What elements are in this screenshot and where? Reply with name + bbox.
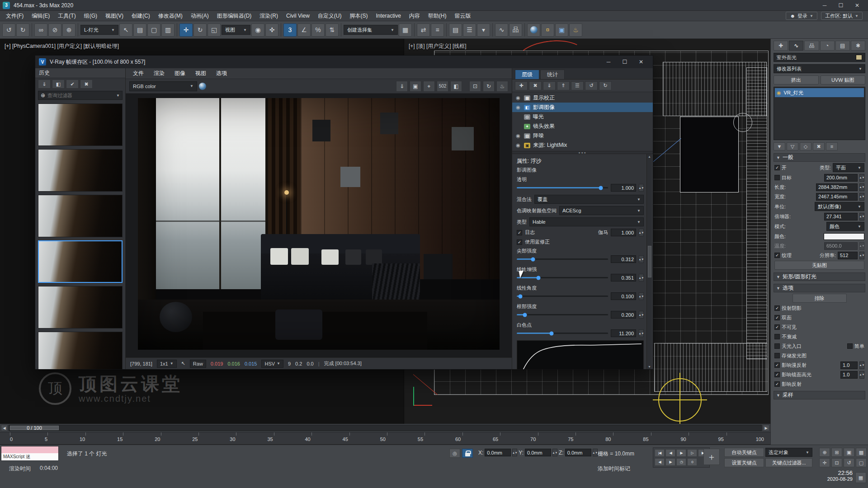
resolution-field[interactable]: 512 <box>838 252 858 259</box>
workspace-selector[interactable]: 工作区: 默认▼ <box>821 12 863 20</box>
affect-reflections-checkbox[interactable]: ✓ <box>774 381 780 387</box>
history-thumbnail[interactable] <box>38 286 123 328</box>
vray-light-gizmo[interactable] <box>658 378 702 422</box>
window-crossing-icon[interactable]: ▥ <box>161 23 175 37</box>
menu-item[interactable]: 内容 <box>405 11 424 21</box>
z-coordinate-field[interactable]: 0.0mm <box>565 449 591 456</box>
vfb-menu-item[interactable]: 视图 <box>191 70 211 77</box>
vfb-show-corrections-icon[interactable]: ◧ <box>450 81 462 92</box>
current-frame-field[interactable]: 0 <box>687 458 697 466</box>
history-thumbnail[interactable] <box>38 149 123 192</box>
exclude-button[interactable]: 排除 <box>793 294 847 303</box>
next-frame-button[interactable]: ▷ <box>687 449 697 457</box>
maximize-viewport-icon[interactable]: ▢ <box>856 458 867 467</box>
layer-row[interactable]: ◉▦显示校正 <box>512 93 653 103</box>
vfb-render-icon[interactable]: ♨ <box>496 81 508 92</box>
remove-history-icon[interactable]: ✖ <box>80 80 93 89</box>
affect-specular-checkbox[interactable]: ✓ <box>774 372 780 377</box>
track-bar[interactable]: 0510152025303540455055606570758085909510… <box>0 432 770 445</box>
maxscript-mini-listener[interactable]: MAXScript 迷 <box>1 446 59 461</box>
unlink-selection-icon[interactable]: ⊘ <box>48 23 61 37</box>
mode-dropdown[interactable]: 颜色▼ <box>826 222 864 231</box>
menu-item[interactable]: 自定义(U) <box>314 11 346 21</box>
blend-dropdown[interactable]: 覆盖▼ <box>534 195 644 204</box>
length-field[interactable]: 2884.382mm <box>816 183 858 191</box>
compare-ab-icon[interactable]: ◧ <box>52 80 65 89</box>
vfb-save-image-icon[interactable]: ⇓ <box>396 81 408 92</box>
named-selection-sets-dropdown[interactable]: 创建选择集▼ <box>344 25 398 35</box>
vfb-resolution-badge[interactable]: 502 <box>437 81 448 92</box>
rollout-sampling[interactable]: ▼采样 <box>774 391 865 399</box>
maximize-button[interactable]: ☐ <box>833 0 849 10</box>
layer-row[interactable]: ◉▣来源: LightMix <box>512 141 653 150</box>
spinner[interactable]: ▲▼ <box>859 371 864 379</box>
select-and-manipulate-icon[interactable]: ✜ <box>265 23 278 37</box>
add-layer-icon[interactable]: ✚ <box>515 81 528 90</box>
selection-lock-icon[interactable] <box>462 449 473 458</box>
vfb-follow-mouse-icon[interactable]: ⌖ <box>423 81 435 92</box>
preview-sphere-icon[interactable] <box>199 83 206 90</box>
tonemap-type-dropdown[interactable]: Hable▼ <box>529 217 644 226</box>
rollout-options[interactable]: ▼选项 <box>774 284 865 292</box>
log-checkbox[interactable]: ✓ <box>517 230 522 235</box>
menu-item[interactable]: 视图(V) <box>101 11 127 21</box>
rollout-rect-circle-light[interactable]: ▼矩形/圆形灯光 <box>774 272 865 281</box>
align-icon[interactable]: ≡ <box>431 23 444 37</box>
properties-scrollbar[interactable]: ▲▼ <box>646 154 652 369</box>
toe-field[interactable]: 0.200 <box>611 311 636 319</box>
layer-manager-icon[interactable]: ▤ <box>449 23 462 37</box>
opacity-slider[interactable] <box>517 187 608 188</box>
rendered-frame-window-icon[interactable]: ▣ <box>555 23 568 37</box>
select-object-icon[interactable]: ↖ <box>119 23 132 37</box>
uvw-map-button[interactable]: UVW 贴图 <box>821 75 866 84</box>
next-frame-arrow[interactable]: ▶ <box>763 425 769 431</box>
history-thumbnail[interactable] <box>38 332 123 369</box>
y-coordinate-field[interactable]: 0.0mm <box>525 449 551 456</box>
spinner[interactable]: ▲▼ <box>639 329 644 337</box>
vfb-copy-to-host-icon[interactable]: ▣ <box>410 81 421 92</box>
modifier-list-dropdown[interactable]: 修改器列表▼ <box>774 64 865 73</box>
vfb-menu-item[interactable]: 图像 <box>170 70 190 77</box>
tab-hierarchy[interactable]: 层级 <box>515 70 539 79</box>
texture-checkbox[interactable]: ✓ <box>774 253 780 258</box>
opacity-field[interactable]: 1.000 <box>611 184 636 192</box>
viewport-camera-label[interactable]: [+] [PhysCamera001] [用户定义] [默认明暗处理] <box>5 42 119 50</box>
curve-editor-icon[interactable]: ∿ <box>495 23 508 37</box>
affect-specular-field[interactable]: 1.0 <box>840 371 858 379</box>
ribbon-toggle-icon[interactable]: ▾ <box>477 23 490 37</box>
key-filters-button[interactable]: 关键点过滤器... <box>765 458 812 467</box>
menu-item[interactable]: 组(G) <box>80 11 101 21</box>
tab-hierarchy-icon[interactable]: 品 <box>804 41 819 51</box>
vfb-region-render-icon[interactable]: ⊡ <box>469 81 481 92</box>
units-dropdown[interactable]: 默认(图像)▼ <box>815 202 864 211</box>
create-key-button[interactable]: ＋ <box>703 449 720 465</box>
width-field[interactable]: 2467.145mm <box>816 193 858 201</box>
menu-item[interactable]: 文件(F) <box>2 11 28 21</box>
menu-item[interactable]: 留云版 <box>451 11 475 21</box>
tab-utilities-icon[interactable]: ✱ <box>851 41 865 51</box>
angle-snap-icon[interactable]: ∠ <box>297 23 311 37</box>
tab-display-icon[interactable]: ▤ <box>835 41 850 51</box>
panel-splitter[interactable]: ●●● <box>512 151 653 154</box>
tab-create-icon[interactable]: ✚ <box>774 41 788 51</box>
material-editor-icon[interactable] <box>527 23 540 37</box>
history-search-input[interactable] <box>47 93 114 98</box>
affect-diffuse-field[interactable]: 1.0 <box>840 361 858 369</box>
vfb-close-button[interactable]: ✕ <box>633 57 649 67</box>
spinner[interactable]: ▲▼ <box>639 311 644 319</box>
isolate-selection-icon[interactable]: ◎ <box>449 449 460 458</box>
menu-item[interactable]: 创建(C) <box>127 11 154 21</box>
multiplier-field[interactable]: 27.341 <box>824 213 858 221</box>
layer-row[interactable]: ✦镜头效果 <box>512 122 653 131</box>
modifier-stack[interactable]: ◉VR_灯光 <box>774 87 865 140</box>
rectangular-region-icon[interactable]: ▢ <box>147 23 160 37</box>
spinner[interactable]: ▲▼ <box>859 361 864 369</box>
eye-icon[interactable]: ◉ <box>515 133 521 139</box>
white-point-slider[interactable] <box>517 333 608 334</box>
go-to-start-button[interactable]: |◀ <box>655 449 665 457</box>
vfb-menu-item[interactable]: 渲染 <box>149 70 169 77</box>
target-distance-field[interactable]: 200.0mm <box>824 174 858 182</box>
blue-correction-checkbox[interactable]: ✓ <box>517 239 522 245</box>
affect-diffuse-checkbox[interactable]: ✓ <box>774 362 780 368</box>
object-name-field[interactable]: 室外面光 <box>774 53 865 62</box>
